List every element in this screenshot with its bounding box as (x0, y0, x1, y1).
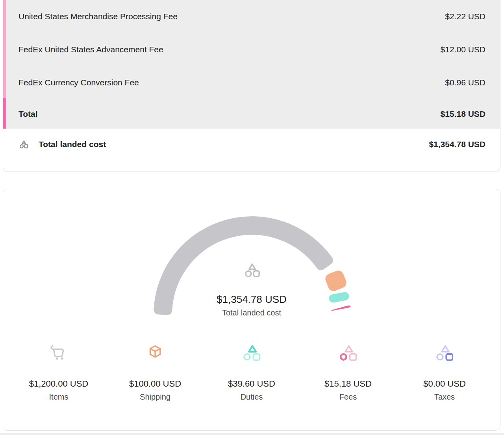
legend-value: $15.18 USD (324, 379, 372, 389)
fee-value: $2.22 USD (445, 12, 485, 21)
table-row: FedEx Currency Conversion Fee $0.96 USD (3, 66, 500, 99)
landed-cost-page: United States Merchandise Processing Fee… (0, 0, 504, 435)
fee-value: $0.96 USD (445, 78, 485, 87)
table-row: FedEx United States Advancement Fee $12.… (3, 33, 500, 66)
legend-value: $39.60 USD (228, 379, 275, 389)
legend-value: $1,200.00 USD (29, 379, 88, 389)
table-row: United States Merchandise Processing Fee… (3, 0, 500, 33)
cart-icon (50, 344, 67, 361)
fee-value: $12.00 USD (441, 45, 485, 54)
shapes-triangle-icon (243, 344, 260, 361)
total-row: Total $15.18 USD (3, 99, 500, 129)
fee-label: United States Merchandise Processing Fee (19, 12, 178, 21)
legend-label: Items (49, 392, 69, 402)
landed-cost-gauge-card: $1,354.78 USD Total landed cost $1,200.0… (3, 189, 500, 431)
total-landed-cost-row: Total landed cost $1,354.78 USD (3, 129, 500, 160)
fee-rows: United States Merchandise Processing Fee… (3, 0, 500, 129)
fee-breakdown-card: United States Merchandise Processing Fee… (3, 0, 500, 172)
legend-label: Fees (339, 392, 357, 402)
gauge-center-label: Total landed cost (3, 308, 500, 317)
gauge-center-value: $1,354.78 USD (3, 293, 500, 306)
legend-item-items: $1,200.00 USD Items (11, 344, 107, 402)
gauge-legend: $1,200.00 USD Items $100.00 USD Shipping (3, 344, 500, 402)
package-icon (146, 344, 164, 361)
legend-label: Taxes (434, 392, 455, 402)
legend-item-taxes: $0.00 USD Taxes (397, 344, 493, 402)
legend-label: Duties (241, 392, 263, 402)
fee-label: FedEx Currency Conversion Fee (19, 78, 139, 87)
shapes-circle-icon (339, 344, 357, 361)
legend-item-duties: $39.60 USD Duties (204, 344, 300, 402)
total-landed-cost-value: $1,354.78 USD (429, 140, 485, 149)
legend-value: $0.00 USD (423, 379, 466, 389)
legend-item-fees: $15.18 USD Fees (300, 344, 397, 402)
legend-value: $100.00 USD (129, 379, 181, 389)
next-section-edge (0, 433, 504, 435)
shapes-icon (19, 140, 28, 149)
total-label: Total (19, 109, 38, 119)
total-landed-cost-label: Total landed cost (39, 140, 106, 149)
shapes-square-icon (436, 344, 453, 361)
shapes-icon (243, 262, 261, 278)
legend-label: Shipping (140, 392, 170, 402)
gauge-segment-shipping (324, 269, 348, 293)
legend-item-shipping: $100.00 USD Shipping (107, 344, 204, 402)
total-value: $15.18 USD (441, 109, 485, 119)
fee-label: FedEx United States Advancement Fee (19, 45, 163, 54)
